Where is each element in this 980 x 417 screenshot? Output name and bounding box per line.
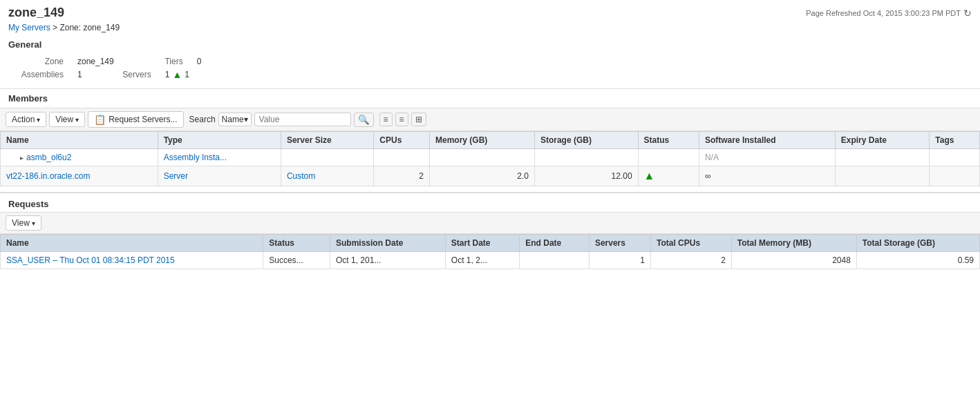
action-dropdown-icon: ▾ <box>37 116 40 124</box>
general-section-title: General <box>0 37 980 54</box>
row1-cpus-cell <box>374 149 430 166</box>
req-row1-submission-cell: Oct 1, 201... <box>330 252 446 269</box>
req-row1-cpus-cell: 2 <box>650 252 731 269</box>
members-table: Name Type Server Size CPUs Memory (GB) S… <box>0 131 980 186</box>
breadcrumb-parent-link[interactable]: My Servers <box>8 23 50 32</box>
members-header-row: Name Type Server Size CPUs Memory (GB) S… <box>1 132 980 149</box>
col-status: Status <box>638 132 699 149</box>
req-row1-name-link[interactable]: SSA_USER – Thu Oct 01 08:34:15 PDT 2015 <box>6 255 175 265</box>
row1-name-indent: ▸ asmb_ol6u2 <box>6 153 152 162</box>
req-row1-status-cell: Succes... <box>263 252 330 269</box>
general-info: Zone zone_149 Tiers 0 Assemblies 1 Serve… <box>0 54 980 88</box>
members-section: Members Action ▾ View ▾ 📋 Request Server… <box>0 88 980 186</box>
row2-expiry-cell <box>835 166 930 186</box>
req-row1-start-cell: Oct 1, 2... <box>445 252 519 269</box>
row2-type-cell: Server <box>158 166 281 186</box>
req-col-start: Start Date <box>445 235 519 252</box>
request-servers-label: Request Servers... <box>109 115 177 124</box>
row2-name-cell: vt22-186.in.oracle.com <box>1 166 158 186</box>
zone-value: zone_149 <box>77 57 114 66</box>
requests-toolbar: View ▾ <box>0 212 980 234</box>
col-tags: Tags <box>930 132 980 149</box>
requests-table-body: SSA_USER – Thu Oct 01 08:34:15 PDT 2015 … <box>1 252 980 269</box>
table-row: ▸ asmb_ol6u2 Assembly Insta... N/A <box>1 149 980 166</box>
table-row: vt22-186.in.oracle.com Server Custom 2 2… <box>1 166 980 186</box>
row1-type-cell: Assembly Insta... <box>158 149 281 166</box>
request-servers-button[interactable]: 📋 Request Servers... <box>88 111 183 128</box>
tree-expand-icon[interactable]: ▸ <box>20 154 23 162</box>
toolbar-icon-3-button[interactable]: ⊞ <box>411 113 426 126</box>
row2-cpus-cell: 2 <box>374 166 430 186</box>
row2-memory-cell: 2.0 <box>429 166 534 186</box>
req-col-name: Name <box>1 235 263 252</box>
action-label: Action <box>12 115 35 124</box>
zone-label: Zone <box>8 57 64 66</box>
col-name: Name <box>1 132 158 149</box>
requests-section: Requests View ▾ Name Status Submission D… <box>0 192 980 269</box>
row1-size-cell <box>281 149 373 166</box>
members-table-body: ▸ asmb_ol6u2 Assembly Insta... N/A vt22-… <box>1 149 980 186</box>
view-button[interactable]: View ▾ <box>49 112 85 127</box>
req-col-status: Status <box>263 235 330 252</box>
breadcrumb-separator: > <box>53 23 59 32</box>
request-servers-icon: 📋 <box>94 114 106 125</box>
req-col-servers: Servers <box>589 235 650 252</box>
search-name-dropdown[interactable]: Name ▾ <box>218 113 252 126</box>
col-server-size: Server Size <box>281 132 373 149</box>
row2-software-cell: ∞ <box>699 166 835 186</box>
col-software: Software Installed <box>699 132 835 149</box>
req-col-cpus: Total CPUs <box>650 235 731 252</box>
servers-count: 1 <box>165 70 170 79</box>
search-value-input[interactable] <box>254 113 351 126</box>
row1-tags-cell <box>930 149 980 166</box>
col-expiry: Expiry Date <box>835 132 930 149</box>
requests-view-button[interactable]: View ▾ <box>6 215 41 231</box>
row1-software-cell: N/A <box>699 149 835 166</box>
tiers-label: Tiers <box>128 57 183 66</box>
toolbar-icon-2-button[interactable]: ≡ <box>395 113 408 126</box>
toolbar-icon-1-button[interactable]: ≡ <box>379 113 393 126</box>
general-row-zone: Zone zone_149 Tiers 0 <box>8 57 972 66</box>
tiers-value: 0 <box>197 57 202 66</box>
page-header: zone_149 Page Refreshed Oct 4, 2015 3:00… <box>0 0 980 23</box>
toolbar-icons: ≡ ≡ ⊞ <box>379 113 426 126</box>
row2-name-link[interactable]: vt22-186.in.oracle.com <box>6 171 90 181</box>
row2-tags-cell <box>930 166 980 186</box>
action-button[interactable]: Action ▾ <box>6 112 46 127</box>
search-go-button[interactable]: 🔍 <box>354 113 374 127</box>
refresh-icon[interactable]: ↻ <box>963 8 972 19</box>
req-col-storage: Total Storage (GB) <box>856 235 979 252</box>
requests-view-dropdown-icon: ▾ <box>32 220 35 227</box>
assemblies-value: 1 <box>77 70 82 79</box>
col-storage: Storage (GB) <box>534 132 638 149</box>
row1-name-cell: ▸ asmb_ol6u2 <box>1 149 158 166</box>
search-label: Search <box>189 115 216 124</box>
col-type: Type <box>158 132 281 149</box>
status-up-icon: ▲ <box>644 170 655 182</box>
list-item: SSA_USER – Thu Oct 01 08:34:15 PDT 2015 … <box>1 252 980 269</box>
row2-storage-cell: 12.00 <box>534 166 638 186</box>
refresh-timestamp: Page Refreshed Oct 4, 2015 3:00:23 PM PD… <box>806 9 961 17</box>
view-dropdown-icon: ▾ <box>75 116 79 124</box>
req-row1-servers-cell: 1 <box>589 252 650 269</box>
members-section-title: Members <box>0 89 980 108</box>
breadcrumb: My Servers > Zone: zone_149 <box>0 23 980 37</box>
row1-name-link[interactable]: asmb_ol6u2 <box>26 153 71 162</box>
req-row1-storage-cell: 0.59 <box>856 252 979 269</box>
members-table-header: Name Type Server Size CPUs Memory (GB) S… <box>1 132 980 149</box>
breadcrumb-current: Zone: zone_149 <box>59 23 120 32</box>
general-row-assemblies: Assemblies 1 Servers 1 ▲ 1 <box>8 69 972 80</box>
row2-status-cell: ▲ <box>638 166 699 186</box>
servers-up-arrow-icon: ▲ <box>172 69 182 80</box>
row1-storage-cell <box>534 149 638 166</box>
req-col-end: End Date <box>520 235 590 252</box>
search-area: Search Name ▾ 🔍 <box>189 113 374 127</box>
requests-section-title: Requests <box>0 193 980 212</box>
servers-up-count: 1 <box>185 70 189 79</box>
servers-label: Servers <box>96 70 151 79</box>
req-row1-memory-cell: 2048 <box>731 252 856 269</box>
row1-memory-cell <box>429 149 534 166</box>
search-name-chevron-icon: ▾ <box>244 115 248 124</box>
page-refresh: Page Refreshed Oct 4, 2015 3:00:23 PM PD… <box>806 8 972 19</box>
col-cpus: CPUs <box>374 132 430 149</box>
